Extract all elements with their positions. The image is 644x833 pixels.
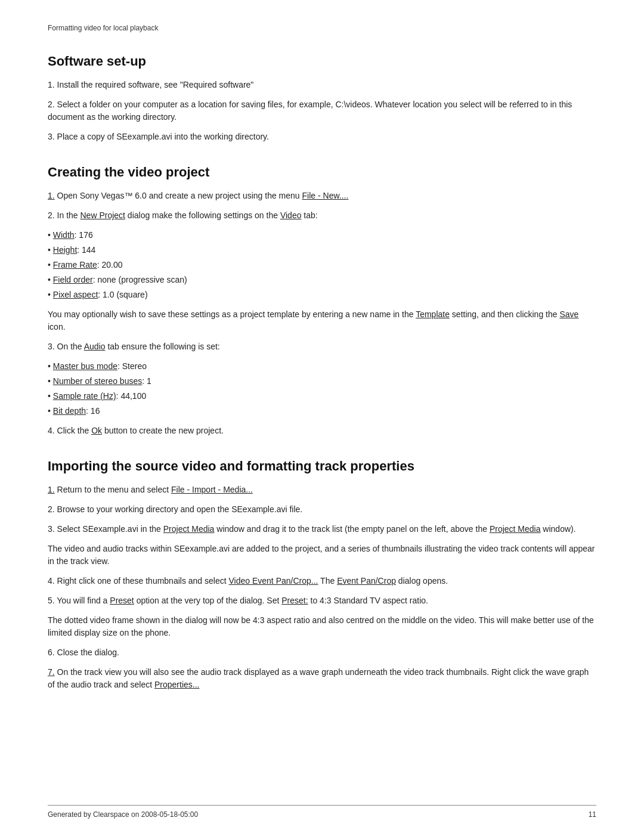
video-tab-link: Video (280, 210, 302, 220)
creating-step-4: 4. Click the Ok button to create the new… (48, 425, 596, 437)
importing-step-7: 7. On the track view you will also see t… (48, 666, 596, 691)
project-media-link-1: Project Media (163, 524, 215, 534)
importing-step-3b: The video and audio tracks within SEexam… (48, 543, 596, 568)
importing-step-5: 5. You will find a Preset option at the … (48, 594, 596, 607)
video-settings-list: Width: 176 Height: 144 Frame Rate: 20.00… (48, 229, 596, 301)
video-event-pan-link: Video Event Pan/Crop... (229, 576, 318, 586)
creating-step-1: 1. Open Sony Vegas™ 6.0 and create a new… (48, 190, 596, 202)
audio-settings-list: Master bus mode: Stereo Number of stereo… (48, 360, 596, 417)
generated-text: Generated by Clearspace on 2008-05-18-05… (48, 810, 198, 819)
save-link: Save (559, 309, 578, 319)
template-link: Template (416, 309, 450, 319)
software-setup-heading: Software set-up (48, 54, 596, 69)
page-number: 11 (589, 810, 596, 819)
step7-num: 7. (48, 667, 55, 677)
importing-step-5b: The dotted video frame shown in the dial… (48, 614, 596, 639)
bullet-height: Height: 144 (48, 244, 596, 256)
new-project-link: New Project (80, 210, 125, 220)
preset-link-2: Preset: (281, 596, 308, 605)
audio-tab-link: Audio (84, 342, 106, 351)
bullet-bit-depth: Bit depth: 16 (48, 405, 596, 417)
properties-link: Properties... (154, 680, 199, 689)
bullet-sample-rate: Sample rate (Hz): 44,100 (48, 390, 596, 402)
bullet-frame-rate: Frame Rate: 20.00 (48, 259, 596, 271)
breadcrumb: Formatting video for local playback (48, 24, 596, 32)
bullet-master-bus: Master bus mode: Stereo (48, 360, 596, 373)
importing-heading: Importing the source video and formattin… (48, 459, 596, 474)
creating-project-heading: Creating the video project (48, 165, 596, 180)
software-step-3: 3. Place a copy of SEexample.avi into th… (48, 131, 596, 143)
importing-step-1: 1. Return to the menu and select File - … (48, 484, 596, 496)
bullet-pixel-aspect: Pixel aspect: 1.0 (square) (48, 289, 596, 301)
importing-step1-num: 1. (48, 485, 55, 494)
template-note: You may optionally wish to save these se… (48, 308, 596, 333)
creating-step-3: 3. On the Audio tab ensure the following… (48, 340, 596, 353)
software-step-2: 2. Select a folder on your computer as a… (48, 98, 596, 123)
importing-step-4: 4. Right click one of these thumbnails a… (48, 575, 596, 587)
importing-step-2: 2. Browse to your working directory and … (48, 503, 596, 516)
event-pan-crop-link: Event Pan/Crop (337, 576, 396, 586)
file-new-link: File - New.... (302, 191, 349, 200)
page-container: Formatting video for local playback Soft… (0, 0, 644, 833)
creating-step-2: 2. In the New Project dialog make the fo… (48, 209, 596, 222)
bullet-width: Width: 176 (48, 229, 596, 241)
preset-link-1: Preset (110, 596, 134, 605)
step1-num: 1. (48, 191, 55, 200)
importing-step-3: 3. Select SEexample.avi in the Project M… (48, 523, 596, 535)
file-import-link: File - Import - Media... (171, 485, 253, 494)
bullet-stereo-buses: Number of stereo buses: 1 (48, 375, 596, 388)
bullet-field-order: Field order: none (progressive scan) (48, 274, 596, 286)
project-media-link-2: Project Media (490, 524, 541, 534)
importing-step-6: 6. Close the dialog. (48, 646, 596, 659)
ok-link: Ok (91, 426, 102, 435)
software-step-1: 1. Install the required software, see "R… (48, 79, 596, 91)
page-footer: Generated by Clearspace on 2008-05-18-05… (48, 805, 596, 819)
